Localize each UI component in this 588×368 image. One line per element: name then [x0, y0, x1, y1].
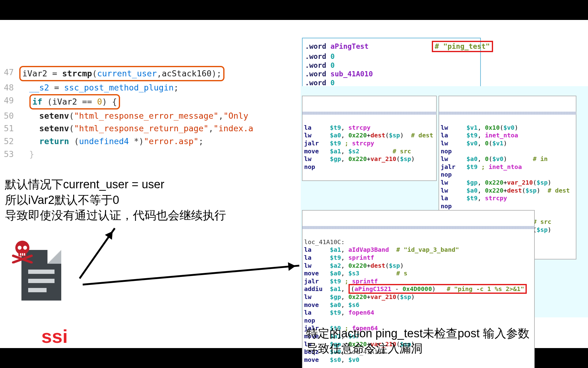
skull-crossbones-icon — [10, 238, 35, 263]
arrow — [79, 228, 116, 279]
annot-line: 所以iVar2默认不等于0 — [5, 192, 226, 208]
letterbox-top — [0, 0, 588, 20]
highlight-ping-cmd: (aPingC1S21 - 0x4D0000) # "ping -c 1 %s … — [349, 284, 527, 294]
line-number: 47 — [2, 66, 19, 81]
line-number: 52 — [2, 135, 19, 148]
highlight-box: iVar2 = strcmp(current_user,acStack160); — [19, 66, 224, 81]
annot-line: 默认情况下current_user = user — [5, 177, 226, 192]
line-number: 50 — [2, 109, 19, 122]
line-number: 49 — [2, 94, 19, 109]
arrow — [83, 265, 300, 286]
svg-point-4 — [18, 246, 22, 250]
line-number: 48 — [2, 81, 19, 94]
annot-line: 导致即使没有通过认证，代码也会继续执行 — [5, 208, 226, 223]
highlight-box: if (iVar2 == 0) { — [29, 94, 120, 109]
asm-word-block: .word aPingTest # "ping_test" .word 0 .w… — [302, 38, 481, 89]
asm-block-strcpy: la $t9, strcpy lw $a0, 0x220+dest($sp) #… — [302, 96, 437, 181]
annot-line: 导致任意命令注入漏洞 — [306, 341, 530, 356]
svg-point-5 — [23, 246, 27, 250]
vulnerable-file-icon — [21, 250, 61, 301]
annot-line: 特定的action ping_test未检查post 输入参数 — [306, 326, 530, 341]
svg-rect-6 — [20, 253, 21, 256]
highlight-ping-test: # "ping_test" — [432, 41, 493, 52]
svg-rect-8 — [24, 253, 25, 256]
ssi-label: ssi — [41, 325, 68, 347]
svg-rect-7 — [22, 253, 23, 256]
line-number: 53 — [2, 148, 19, 161]
line-number: 51 — [2, 122, 19, 135]
annotation-auth-bypass: 默认情况下current_user = user 所以iVar2默认不等于0 导… — [5, 177, 226, 223]
decompiler-code: 47iVar2 = strcmp(current_user,acStack160… — [2, 66, 290, 161]
annotation-cmd-injection: 特定的action ping_test未检查post 输入参数 导致任意命令注入… — [306, 326, 530, 356]
slide-canvas: 47iVar2 = strcmp(current_user,acStack160… — [0, 20, 588, 348]
